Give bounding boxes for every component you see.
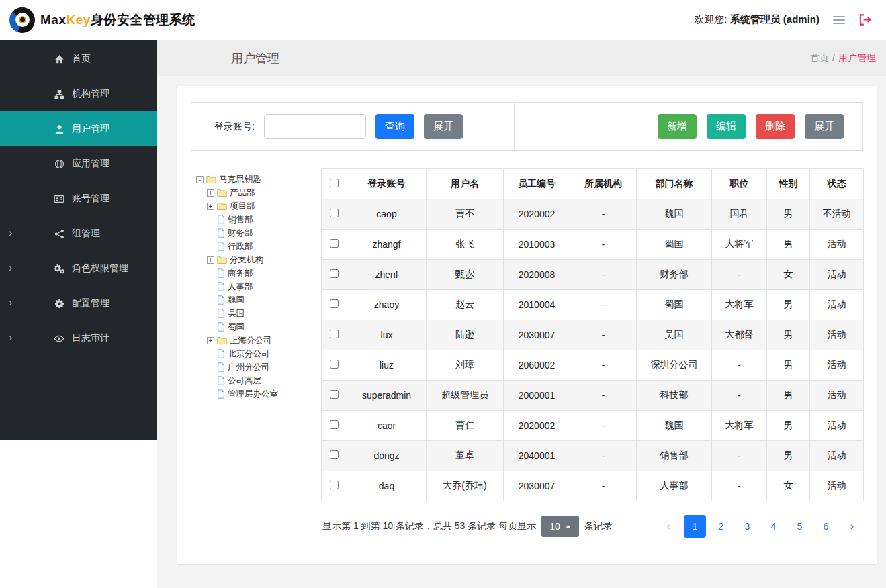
gear-icon [52, 299, 66, 309]
tree-node[interactable]: 管理层办公室 [217, 387, 313, 401]
sidebar-item-accounts[interactable]: 账号管理 [0, 181, 157, 216]
sidebar-item-config[interactable]: ›配置管理 [0, 286, 157, 321]
edit-button[interactable]: 编辑 [707, 114, 746, 139]
expand-actions-button[interactable]: 展开 [805, 114, 844, 139]
page-button-3[interactable]: 3 [736, 515, 758, 538]
tree-node[interactable]: +产品部 [207, 186, 313, 199]
tree-node[interactable]: 销售部 [217, 213, 313, 226]
tree-node-label[interactable]: 上海分公司 [230, 335, 272, 346]
table-cell: 活动 [810, 260, 864, 290]
query-button[interactable]: 查询 [375, 114, 414, 139]
table-cell: 男 [767, 411, 810, 441]
tree-node[interactable]: 人事部 [217, 280, 313, 293]
sidebar-column: 首页机构管理用户管理应用管理账号管理›组管理›角色权限管理›配置管理›日志审计 [0, 40, 157, 588]
row-checkbox[interactable] [330, 481, 339, 489]
row-checkbox[interactable] [330, 420, 339, 429]
tree-node[interactable]: 行政部 [217, 240, 313, 253]
table-row[interactable]: superadmin超级管理员2000001-科技部-男活动 [322, 381, 864, 411]
logout-icon[interactable] [858, 13, 871, 26]
tree-node[interactable]: -马克思钥匙 [196, 173, 313, 186]
page-button-2[interactable]: 2 [710, 515, 732, 538]
sidebar-item-users[interactable]: 用户管理 [0, 111, 157, 146]
table-row[interactable]: zhangf张飞2010003-蜀国大将军男活动 [322, 230, 864, 260]
tree-node[interactable]: 北京分公司 [217, 347, 313, 360]
tree-node-label[interactable]: 北京分公司 [228, 348, 270, 360]
sidebar-item-groups[interactable]: ›组管理 [0, 216, 157, 251]
table-row[interactable]: dongz董卓2040001-销售部-男活动 [322, 441, 864, 471]
prev-page-button[interactable]: ‹ [658, 515, 680, 538]
tree-node[interactable]: 商务部 [217, 266, 313, 280]
tree-node-label[interactable]: 马克思钥匙 [219, 174, 261, 185]
tree-node-label[interactable]: 管理层办公室 [228, 389, 278, 400]
table-row[interactable]: caop曹丕2020002-魏国国君男不活动 [322, 199, 864, 230]
page-size-select[interactable]: 10 [541, 516, 579, 537]
expand-icon[interactable]: + [207, 256, 214, 264]
row-checkbox[interactable] [330, 299, 339, 308]
page-button-4[interactable]: 4 [762, 515, 785, 538]
table-row[interactable]: liuz刘璋2060002-深圳分公司-男活动 [322, 350, 864, 381]
expand-icon[interactable]: + [207, 337, 214, 344]
table-cell: 董卓 [427, 441, 504, 471]
table-row[interactable]: daq大乔(乔玮)2030007-人事部-女活动 [322, 471, 864, 501]
tree-node-label[interactable]: 公司高层 [228, 375, 261, 387]
tree-node[interactable]: +项目部 [207, 199, 313, 213]
expand-icon[interactable]: + [207, 203, 214, 210]
row-checkbox[interactable] [330, 360, 339, 369]
tree-node-label[interactable]: 吴国 [228, 308, 245, 320]
sidebar-item-roles[interactable]: ›角色权限管理 [0, 251, 157, 286]
table-row[interactable]: lux陆逊2030007-吴国大都督男活动 [322, 320, 864, 350]
delete-button[interactable]: 删除 [756, 114, 795, 139]
tree-node-label[interactable]: 项目部 [230, 201, 255, 212]
page-button-6[interactable]: 6 [815, 515, 837, 538]
table-row[interactable]: caor曹仁2020002-魏国大将军男活动 [322, 411, 864, 441]
breadcrumb-home[interactable]: 首页 [810, 52, 829, 63]
tree-node-label[interactable]: 财务部 [228, 228, 253, 239]
body-row: 首页机构管理用户管理应用管理账号管理›组管理›角色权限管理›配置管理›日志审计 … [0, 40, 886, 588]
tree-node-label[interactable]: 广州分公司 [228, 362, 270, 373]
pagination-info-right: 条记录 [584, 520, 613, 532]
sidebar-item-home[interactable]: 首页 [0, 42, 157, 77]
tree-node[interactable]: +上海分公司 [207, 334, 313, 347]
login-account-input[interactable] [264, 114, 366, 139]
select-all-checkbox[interactable] [330, 179, 339, 187]
row-checkbox[interactable] [330, 209, 339, 217]
sidebar-item-audit[interactable]: ›日志审计 [0, 321, 157, 356]
menu-toggle-icon[interactable] [832, 13, 846, 28]
tree-node[interactable]: +分支机构 [207, 253, 313, 266]
page-button-1[interactable]: 1 [684, 515, 706, 538]
sidebar-item-apps[interactable]: 应用管理 [0, 146, 157, 181]
tree-node[interactable]: 魏国 [217, 293, 313, 307]
tree-node-label[interactable]: 魏国 [228, 295, 245, 306]
tree-node-label[interactable]: 销售部 [228, 214, 253, 226]
tree-node[interactable]: 公司高层 [217, 374, 313, 387]
page-button-5[interactable]: 5 [789, 515, 811, 538]
table-row[interactable]: zhaoy赵云2010004-蜀国大将军男活动 [322, 290, 864, 320]
tree-node-label[interactable]: 行政部 [228, 241, 253, 252]
tree-node[interactable]: 财务部 [217, 226, 313, 240]
tree-node-label[interactable]: 产品部 [230, 187, 255, 199]
tree-node[interactable]: 吴国 [217, 307, 313, 320]
tree-node-label[interactable]: 人事部 [228, 281, 253, 293]
tree-node[interactable]: 广州分公司 [217, 360, 313, 374]
row-checkbox[interactable] [330, 269, 339, 278]
row-checkbox[interactable] [330, 239, 339, 248]
table-cell: zhaoy [347, 290, 427, 320]
tree-node[interactable]: 蜀国 [217, 320, 313, 334]
table-row[interactable]: zhenf甄宓2020008-财务部-女活动 [322, 260, 864, 290]
row-checkbox[interactable] [330, 450, 339, 459]
sidebar-item-org[interactable]: 机构管理 [0, 77, 157, 111]
collapse-icon[interactable]: - [196, 176, 204, 183]
add-button[interactable]: 新增 [658, 114, 697, 139]
expand-icon[interactable]: + [207, 189, 214, 197]
brand: MaxKey身份安全管理系统 [9, 7, 195, 33]
expand-search-button[interactable]: 展开 [424, 114, 463, 139]
row-checkbox[interactable] [330, 330, 339, 338]
tree-node-label[interactable]: 商务部 [228, 268, 253, 279]
table-cell: 活动 [810, 471, 864, 501]
row-checkbox[interactable] [330, 390, 339, 399]
table-cell: 深圳分公司 [637, 350, 712, 381]
row-checkbox-cell [322, 290, 347, 320]
tree-node-label[interactable]: 分支机构 [230, 254, 263, 266]
tree-node-label[interactable]: 蜀国 [228, 322, 245, 333]
next-page-button[interactable]: › [841, 515, 863, 538]
